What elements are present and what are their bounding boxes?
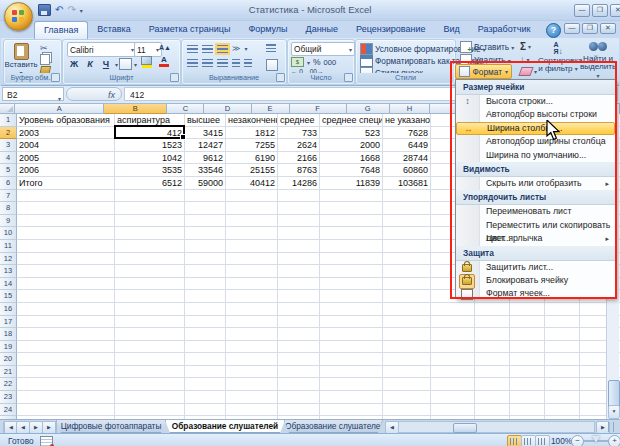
cell-D1[interactable]: незаконченное высшее	[226, 114, 278, 127]
cell-A18[interactable]	[17, 328, 115, 341]
cell-E8[interactable]	[278, 202, 320, 215]
cell-F5[interactable]: 7648	[320, 164, 383, 177]
office-button[interactable]	[4, 2, 33, 31]
selected-cell-outline[interactable]	[114, 125, 185, 139]
cell-A3[interactable]: 2004	[17, 139, 115, 152]
cell-D20[interactable]	[226, 353, 278, 366]
cell-D13[interactable]	[226, 265, 278, 278]
menu-item-Ширина столбца[interactable]: ↔Ширина столбца...	[456, 122, 615, 135]
cell-A1[interactable]: Уровень образования	[17, 114, 115, 127]
ribbon-tab-Данные[interactable]: Данные	[297, 21, 348, 38]
cut-button[interactable]: ✂	[40, 43, 48, 53]
cell-C11[interactable]	[185, 240, 226, 253]
cell-F9[interactable]	[320, 215, 383, 228]
cell-D14[interactable]	[226, 278, 278, 291]
cell-D6[interactable]: 40412	[226, 177, 278, 190]
row-header-24[interactable]: 24	[0, 404, 17, 417]
cell-C20[interactable]	[185, 353, 226, 366]
cell-C10[interactable]	[185, 227, 226, 240]
cell-E7[interactable]	[278, 190, 320, 203]
cell-E2[interactable]: 733	[278, 127, 320, 140]
cell-B12[interactable]	[115, 253, 185, 266]
fill-button[interactable]: ↓▾	[520, 54, 530, 64]
sheet-tab-Образование слушателей[interactable]: Образование слушателей	[165, 420, 285, 433]
column-header-G[interactable]: G	[347, 104, 390, 114]
workbook-restore-button[interactable]: ❐	[582, 23, 598, 34]
cell-D7[interactable]	[226, 190, 278, 203]
insert-cells-button[interactable]: Вставить▾	[460, 41, 514, 53]
orientation-icon[interactable]: ≫	[232, 44, 240, 53]
menu-item-Переместить или скопировать лист[interactable]: Переместить или скопировать лист...	[456, 219, 615, 232]
borders-button[interactable]: ▾	[119, 58, 137, 70]
row-header-5[interactable]: 5	[0, 164, 17, 177]
menu-item-Цвет ярлычка[interactable]: Цвет ярлычка▸	[456, 232, 615, 245]
column-header-H[interactable]: H	[390, 104, 430, 114]
cell-C24[interactable]	[185, 404, 226, 417]
cell-C15[interactable]	[185, 290, 226, 303]
cell-X819[interactable]	[475, 341, 510, 354]
row-header-17[interactable]: 17	[0, 316, 17, 329]
close-button[interactable]: ✕	[610, 4, 620, 17]
cell-X917[interactable]	[510, 316, 545, 329]
cell-F21[interactable]	[320, 366, 383, 379]
cell-F3[interactable]: 2000	[320, 139, 383, 152]
cell-G6[interactable]: 103681	[383, 177, 431, 190]
cell-F2[interactable]: 523	[320, 127, 383, 140]
cell-A6[interactable]: Итого	[17, 177, 115, 190]
cell-C16[interactable]	[185, 303, 226, 316]
ribbon-tab-Разметка страницы[interactable]: Разметка страницы	[140, 21, 240, 38]
cell-X1024[interactable]	[545, 404, 580, 417]
cell-X1018[interactable]	[545, 328, 580, 341]
cell-X919[interactable]	[510, 341, 545, 354]
cell-H16[interactable]	[431, 303, 475, 316]
cell-D8[interactable]	[226, 202, 278, 215]
column-header-A[interactable]: A	[15, 104, 104, 114]
cell-F24[interactable]	[320, 404, 383, 417]
cell-E10[interactable]	[278, 227, 320, 240]
menu-item-Высота строки[interactable]: ↕Высота строки...	[456, 95, 615, 108]
cell-X817[interactable]	[475, 316, 510, 329]
cell-B10[interactable]	[115, 227, 185, 240]
cell-F11[interactable]	[320, 240, 383, 253]
decrease-indent-icon[interactable]	[232, 59, 240, 67]
cell-F18[interactable]	[320, 328, 383, 341]
cell-F17[interactable]	[320, 316, 383, 329]
cell-D10[interactable]	[226, 227, 278, 240]
cell-F20[interactable]	[320, 353, 383, 366]
row-header-15[interactable]: 15	[0, 290, 17, 303]
row-header-22[interactable]: 22	[0, 378, 17, 391]
cell-F13[interactable]	[320, 265, 383, 278]
cell-E14[interactable]	[278, 278, 320, 291]
cell-C4[interactable]: 9612	[185, 152, 226, 165]
underline-button[interactable]: Ч	[99, 58, 113, 70]
row-header-12[interactable]: 12	[0, 253, 17, 266]
cell-B17[interactable]	[115, 316, 185, 329]
row-header-18[interactable]: 18	[0, 328, 17, 341]
cell-D5[interactable]: 25155	[226, 164, 278, 177]
row-header-23[interactable]: 23	[0, 391, 17, 404]
cell-G5[interactable]: 60860	[383, 164, 431, 177]
thousands-icon[interactable]: 000	[324, 58, 337, 67]
cell-E15[interactable]	[278, 290, 320, 303]
cell-H17[interactable]	[431, 316, 475, 329]
ribbon-tab-Главная[interactable]: Главная	[34, 21, 88, 39]
row-header-6[interactable]: 6	[0, 177, 17, 190]
cell-G13[interactable]	[383, 265, 431, 278]
cell-X820[interactable]	[475, 353, 510, 366]
find-select-button[interactable]: Найти и выделить ▾	[578, 41, 618, 80]
cell-B7[interactable]	[115, 190, 185, 203]
row-header-8[interactable]: 8	[0, 202, 17, 215]
column-header-D[interactable]: D	[204, 104, 251, 114]
cell-D11[interactable]	[226, 240, 278, 253]
cell-G20[interactable]	[383, 353, 431, 366]
cell-X1020[interactable]	[545, 353, 580, 366]
cell-D19[interactable]	[226, 341, 278, 354]
cell-D15[interactable]	[226, 290, 278, 303]
cell-C17[interactable]	[185, 316, 226, 329]
cell-G1[interactable]: не указано	[383, 114, 431, 127]
cell-C14[interactable]	[185, 278, 226, 291]
name-box[interactable]: B2▾	[2, 87, 64, 101]
cell-G21[interactable]	[383, 366, 431, 379]
cell-G12[interactable]	[383, 253, 431, 266]
cell-H21[interactable]	[431, 366, 475, 379]
